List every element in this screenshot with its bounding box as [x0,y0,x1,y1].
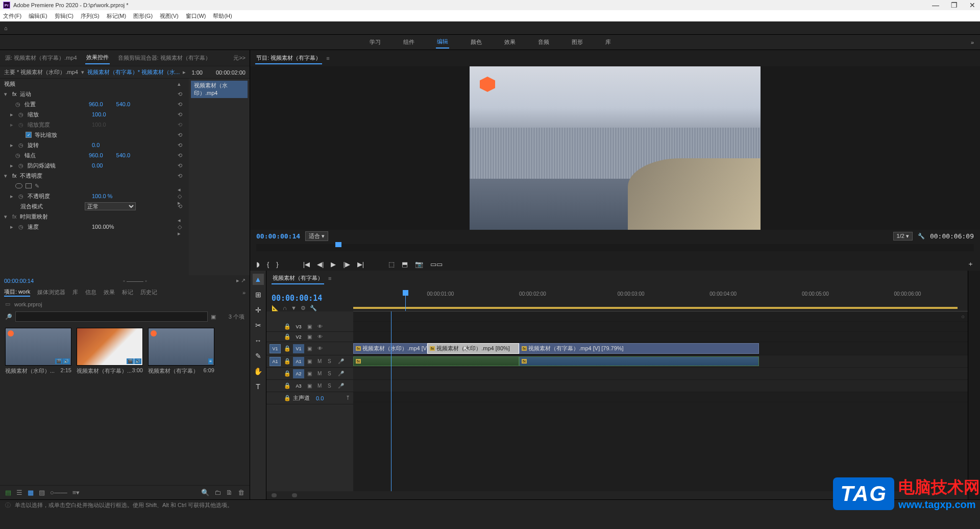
voice-icon[interactable]: 🎤 [338,371,345,376]
step-back-icon[interactable]: ◀| [317,260,324,268]
menu-help[interactable]: 帮助(H) [213,12,232,20]
reset-icon[interactable]: ⟲ [178,142,185,149]
sequence-tab[interactable]: 视频素材（有字幕） [272,273,324,284]
toggle-output-icon[interactable]: ▣ [307,346,314,351]
panel-menu-icon[interactable]: ≡ [326,55,329,61]
workspace-assembly[interactable]: 组件 [402,36,415,48]
reset-icon[interactable]: ⟲ [178,132,185,138]
sort-icon[interactable]: ≡▾ [72,489,80,496]
mark-out-icon[interactable]: { [267,260,269,268]
pen-tool[interactable]: ✎ [253,350,264,362]
toggle-output-icon[interactable]: ▣ [307,358,314,364]
marker-icon[interactable]: ▼ [291,305,297,311]
compare-icon[interactable]: ▭▭ [430,260,443,268]
menu-clip[interactable]: 剪辑(C) [55,12,74,20]
ec-crumb-link[interactable]: 视频素材（有字幕）* 视频素材（水... [87,68,180,76]
solo-icon[interactable]: S [328,358,335,364]
razor-tool[interactable]: ✂ [253,320,264,331]
lock-icon[interactable]: 🔒 [284,345,290,352]
zoom-slider[interactable]: ○—— [50,489,67,496]
bin-icon[interactable]: ▭ [5,301,10,307]
thumbnail[interactable]: ≡ [148,328,214,366]
menu-window[interactable]: 窗口(W) [186,12,206,20]
audio-clip[interactable]: fx [519,356,759,366]
reset-icon[interactable]: ⟲ [178,162,185,169]
lift-icon[interactable]: ⬚ [388,260,395,268]
hand-tool[interactable]: ✋ [253,366,264,377]
fx-icon[interactable]: fx [12,213,17,220]
close-button[interactable]: ✕ [968,1,977,9]
tab-effect-controls[interactable]: 效果控件 [85,52,110,64]
pen-mask-icon[interactable]: ✎ [35,183,39,189]
scroll-handle[interactable]: ○ [961,314,965,320]
solo-icon[interactable]: S [328,383,335,389]
lock-icon[interactable]: 🔒 [284,323,290,330]
workspace-audio[interactable]: 音频 [537,36,550,48]
minimize-button[interactable]: — [931,1,940,9]
search-input[interactable] [15,311,208,322]
opacity-value[interactable]: 100.0 % [92,193,112,199]
workspace-graphics[interactable]: 图形 [571,36,584,48]
workspace-library[interactable]: 库 [604,36,612,48]
panel-overflow[interactable]: 元>> [233,54,246,62]
program-tab[interactable]: 节目: 视频素材（有字幕） [255,53,322,64]
export-frame-icon[interactable]: 📷 [415,260,423,268]
find-icon[interactable]: 🔍 [201,489,209,496]
voice-icon[interactable]: 🎤 [338,383,345,389]
lock-icon[interactable]: 🔒 [284,382,290,389]
scale-value[interactable]: 100.0 [92,111,106,117]
timeline-timecode[interactable]: 00:00:00:14 [272,294,348,303]
speed-value[interactable]: 100.00% [92,224,114,230]
track-a1-label[interactable]: A1 [293,357,304,366]
keyframe-nav[interactable]: ◂ ◇ ▸ [178,217,185,237]
track-v2-label[interactable]: V2 [293,332,304,342]
stopwatch-icon[interactable]: ◷ [18,162,24,169]
track-a3-label[interactable]: A3 [293,381,304,391]
new-item-icon[interactable]: 🗎 [226,489,233,496]
icon-view-icon[interactable]: ▦ [28,489,34,496]
fx-icon[interactable]: fx [12,173,17,179]
eye-icon[interactable]: 👁 [317,324,325,329]
reset-icon[interactable]: ⟲ [178,101,185,108]
tab-effects[interactable]: 效果 [104,288,115,296]
expand-icon[interactable]: ▸ [10,224,15,230]
video-clip[interactable]: fx视频素材（水印）.mp4 [V] [8 [353,343,427,354]
toggle-output-icon[interactable]: ▣ [307,324,314,329]
tab-library[interactable]: 库 [72,288,78,296]
trash-icon[interactable]: 🗑 [238,489,244,496]
workspace-overflow-icon[interactable]: » [971,39,974,45]
mute-icon[interactable]: M [317,383,325,389]
ellipse-mask-icon[interactable] [15,183,22,188]
home-icon[interactable]: ⌂ [4,25,8,31]
stopwatch-icon[interactable]: ◷ [18,142,24,149]
reset-icon[interactable]: ⟲ [178,203,185,210]
snap-icon[interactable]: 📐 [272,305,279,311]
video-clip-selected[interactable]: fx视频素材（水印）.mp4 [80%]↖ [427,343,519,354]
resolution-dropdown[interactable]: 1/2 ▾ [893,232,913,241]
expand-icon[interactable]: ▸ [10,142,15,149]
settings-icon[interactable]: ⚙ [301,305,306,311]
ec-zoom-handles[interactable]: ◦ ——— ◦ [123,278,147,284]
section-toggle-icon[interactable]: ▴ [178,81,185,87]
find-icon[interactable]: ▣ [211,314,216,320]
selection-tool[interactable]: ▲ [253,274,264,285]
solo-icon[interactable]: S [328,371,335,376]
track-v3-label[interactable]: V3 [293,322,304,331]
voice-icon[interactable]: 🎤 [338,358,345,364]
expand-icon[interactable]: ▸ [10,193,15,200]
source-a1[interactable]: A1 [270,357,281,366]
wrench-icon[interactable]: 🔧 [310,305,317,311]
expand-icon[interactable]: ▸ [10,111,15,118]
stopwatch-icon[interactable]: ◷ [15,152,21,159]
tab-info[interactable]: 信息 [85,288,96,296]
workspace-learn[interactable]: 学习 [369,36,382,48]
playhead[interactable] [405,290,406,311]
add-button-icon[interactable]: ＋ [967,259,974,269]
workspace-edit[interactable]: 编辑 [436,36,449,49]
project-item[interactable]: ≡ 视频素材（有字幕）6:09 [148,328,214,376]
expand-icon[interactable]: ▸ [10,162,15,169]
track-select-tool[interactable]: ⊞ [253,289,264,300]
blend-mode-select[interactable]: 正常 [85,202,136,210]
bounce-icon[interactable]: ⤒ [346,395,350,401]
tab-media-browser[interactable]: 媒体浏览器 [37,288,65,296]
